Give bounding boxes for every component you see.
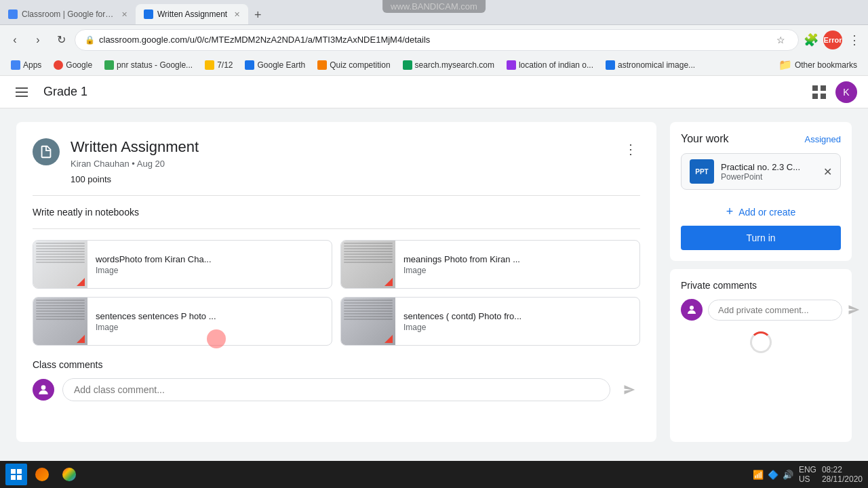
attachment-1-type: Image [96, 266, 323, 275]
attachment-1-thumb [33, 240, 87, 289]
bm-google-icon [54, 60, 63, 70]
attachment-1-name: wordsPhoto from Kiran Cha... [96, 254, 323, 264]
user-account-avatar[interactable]: K [835, 81, 857, 103]
bm-pnr-icon [104, 60, 114, 70]
bookmark-star[interactable]: ☆ [772, 32, 789, 48]
taskbar-system-icons: 📶 🔷 🔊 [753, 470, 793, 480]
send-comment-button[interactable] [618, 379, 640, 401]
comment-input-row [33, 378, 640, 401]
forward-button[interactable]: › [28, 30, 47, 49]
private-comment-input-row [681, 299, 841, 321]
url-box[interactable]: 🔒 classroom.google.com/u/0/c/MTEzMDM2NzA… [75, 29, 799, 51]
attachment-3[interactable]: sentences sentences P hoto ... Image [33, 297, 332, 346]
svg-rect-11 [11, 475, 16, 480]
attachment-4-name: sentences ( contd) Photo fro... [403, 311, 631, 321]
private-comment-input[interactable] [708, 300, 842, 321]
back-button[interactable]: ‹ [5, 30, 24, 49]
file-info: Practical no. 2.3 C... PowerPoint [721, 162, 816, 182]
attachment-1-info: wordsPhoto from Kiran Cha... Image [87, 249, 332, 281]
bm-google-label: Google [66, 60, 92, 70]
commenter-avatar [33, 379, 54, 401]
bm-apps-label: Apps [23, 60, 41, 70]
bookmarks-bar: Apps Google pnr status - Google... 7/12 … [0, 54, 868, 76]
assignment-points: 100 points [71, 174, 610, 184]
bluetooth-icon: 🔷 [768, 470, 778, 480]
other-bookmarks[interactable]: 📁 Other bookmarks [773, 56, 863, 73]
bm-search-label: search.mysearch.com [415, 60, 494, 70]
more-menu-btn[interactable]: ⋮ [846, 32, 863, 48]
attachment-4-corner [384, 335, 393, 343]
your-work-status: Assigned [805, 134, 841, 144]
file-name: Practical no. 2.3 C... [721, 162, 816, 172]
user-profile-button[interactable]: Error [823, 30, 842, 49]
private-comments-title: Private comments [681, 280, 841, 291]
hamburger-menu[interactable] [11, 81, 33, 103]
assignment-meta: Kiran Chauhan • Aug 20 [71, 159, 610, 169]
bm-astro-label: astronomical image... [618, 60, 695, 70]
add-or-create-button[interactable]: + Add or create [681, 198, 841, 226]
svg-rect-12 [17, 475, 22, 480]
assignment-author: Kiran Chauhan [71, 159, 130, 169]
bookmark-earth[interactable]: Google Earth [239, 58, 311, 72]
assignment-more-menu[interactable]: ⋮ [621, 138, 640, 160]
tab1-label: Classroom | Google for Educatio... [22, 9, 115, 19]
start-button[interactable] [5, 464, 27, 485]
powerpoint-icon: PPT [690, 159, 714, 184]
network-icon: 📶 [753, 470, 764, 480]
add-icon: + [726, 205, 734, 219]
assignment-date: Aug 20 [137, 159, 165, 169]
reload-button[interactable]: ↻ [52, 30, 71, 49]
spinner-graphic [750, 331, 772, 353]
attachment-1[interactable]: wordsPhoto from Kiran Cha... Image [33, 240, 332, 289]
attachment-4[interactable]: sentences ( contd) Photo fro... Image [340, 297, 640, 346]
taskbar-right: 📶 🔷 🔊 ENG US 08:22 28/11/2020 [753, 465, 863, 484]
assignment-title: Written Assignment [71, 138, 610, 156]
new-tab-button[interactable]: + [248, 5, 267, 24]
header-left: Grade 1 [11, 81, 797, 103]
extensions-btn[interactable]: 🧩 [803, 32, 819, 48]
attachment-2[interactable]: meanings Photo from Kiran ... Image [340, 240, 640, 289]
turn-in-button[interactable]: Turn in [681, 226, 841, 250]
tab2-close[interactable]: ✕ [234, 10, 240, 19]
attachment-4-type: Image [403, 323, 631, 332]
bm-search-icon [403, 60, 412, 70]
bookmark-google[interactable]: Google [48, 58, 98, 72]
browser-tab-2[interactable]: Written Assignment ✕ [136, 4, 248, 24]
bookmark-location[interactable]: location of indian o... [501, 58, 599, 72]
profile-error-label: Error [824, 36, 842, 44]
app-header: Grade 1 K [0, 76, 868, 108]
send-private-comment-button[interactable] [848, 300, 860, 319]
bookmark-quiz[interactable]: Quiz competition [312, 58, 395, 72]
bm-712-label: 7/12 [217, 60, 233, 70]
bookmark-712[interactable]: 7/12 [199, 58, 238, 72]
attachment-3-name: sentences sentences P hoto ... [96, 311, 323, 321]
class-comment-input[interactable] [62, 378, 610, 401]
file-type: PowerPoint [721, 172, 816, 182]
bookmark-pnr[interactable]: pnr status - Google... [99, 58, 198, 72]
assignment-header: Written Assignment Kiran Chauhan • Aug 2… [33, 138, 640, 196]
app-container: Grade 1 K Written Assignment Kiran Chauh… [0, 76, 868, 455]
attached-file[interactable]: PPT Practical no. 2.3 C... PowerPoint ✕ [681, 153, 841, 190]
bm-quiz-icon [317, 60, 327, 70]
google-apps-icon[interactable] [808, 81, 830, 103]
taskbar-clock: 08:22 28/11/2020 [822, 465, 863, 484]
attachment-2-name: meanings Photo from Kiran ... [403, 254, 631, 264]
bookmark-apps[interactable]: Apps [5, 58, 47, 72]
your-work-title: Your work [681, 133, 729, 145]
bm-pnr-label: pnr status - Google... [117, 60, 193, 70]
bookmark-astro[interactable]: astronomical image... [600, 58, 701, 72]
taskbar-firefox[interactable] [30, 464, 54, 485]
tab1-close[interactable]: ✕ [121, 10, 127, 19]
attachments-grid: wordsPhoto from Kiran Cha... Image [33, 240, 640, 346]
volume-icon: 🔊 [783, 470, 793, 480]
browser-tab-1[interactable]: Classroom | Google for Educatio... ✕ [0, 4, 136, 24]
attachment-3-type: Image [96, 323, 323, 332]
taskbar-chrome[interactable] [57, 464, 81, 485]
your-work-panel: Your work Assigned PPT Practical no. 2.3… [670, 122, 852, 442]
remove-file-button[interactable]: ✕ [823, 165, 832, 178]
bookmark-search[interactable]: search.mysearch.com [397, 58, 500, 72]
add-create-label: Add or create [738, 207, 795, 218]
svg-rect-2 [16, 96, 28, 97]
comments-section: Class comments [33, 359, 640, 401]
attachment-4-info: sentences ( contd) Photo fro... Image [395, 306, 639, 338]
